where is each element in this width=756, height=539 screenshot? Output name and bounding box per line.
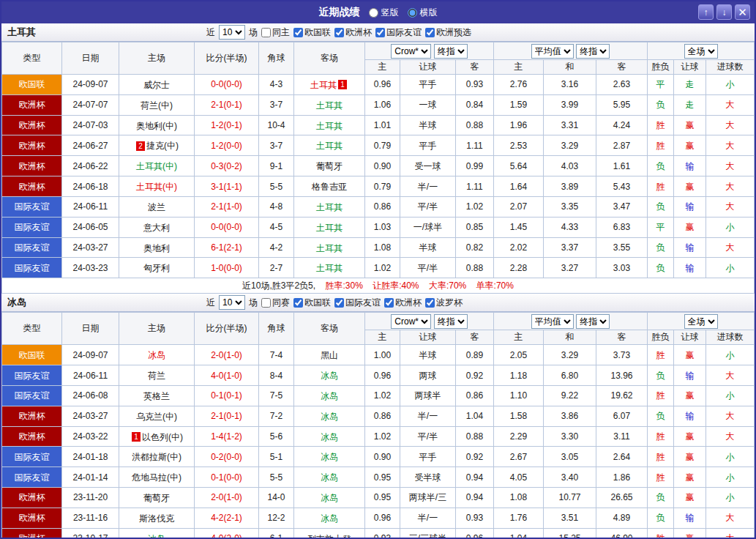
red-card-badge: 1 xyxy=(132,432,141,442)
col-score: 比分(半场) xyxy=(195,42,259,75)
competition-type: 国际友谊 xyxy=(2,237,62,258)
average-final-select[interactable]: 终指 xyxy=(576,44,610,59)
move-up-button[interactable]: ↑ xyxy=(698,4,714,20)
team-name: 冰岛 xyxy=(1,296,206,309)
league-checkbox[interactable] xyxy=(293,28,303,37)
home-team: 奥地利(中) xyxy=(119,115,195,135)
league-checkbox[interactable] xyxy=(375,28,385,37)
same-competition-checkbox[interactable] xyxy=(261,298,271,308)
odds-home: 1.03 xyxy=(365,217,400,237)
subcol-handicap-result: 让球 xyxy=(674,60,706,75)
same-venue-checkbox[interactable] xyxy=(261,28,271,37)
odds-home: 0.86 xyxy=(365,406,400,426)
avg-home: 2.53 xyxy=(494,135,544,156)
league-checkbox[interactable] xyxy=(334,298,344,308)
away-team-label: 土耳其 xyxy=(316,202,343,212)
close-button[interactable]: ✕ xyxy=(735,4,750,20)
away-team-label: 土耳其 xyxy=(316,120,343,130)
same-competition-filter[interactable]: 同赛 xyxy=(261,297,290,309)
score-cell: 4-0(1-0) xyxy=(195,365,259,386)
match-row: 欧洲杯24-06-272捷克(中)1-2(0-0)3-7土耳其0.79平手1.1… xyxy=(2,135,755,156)
odds-group-header: Crow* 终指 xyxy=(365,313,494,330)
league-filter-欧国联[interactable]: 欧国联 xyxy=(293,297,331,309)
average-final-select[interactable]: 终指 xyxy=(576,314,610,329)
home-team-label: 波兰 xyxy=(148,202,165,212)
fulltime-select[interactable]: 全场 xyxy=(684,44,718,59)
odds-final-select[interactable]: 终指 xyxy=(434,44,468,59)
corner-cell: 4-2 xyxy=(259,237,294,258)
league-checkbox[interactable] xyxy=(425,28,435,37)
away-team: 土耳其 xyxy=(294,135,365,156)
league-filter-欧国联[interactable]: 欧国联 xyxy=(293,26,331,39)
avg-draw: 3.31 xyxy=(544,115,596,135)
handicap-win-rate: 让胜率:40% xyxy=(373,280,419,291)
summary-row: 近10场,胜3平2负5, 胜率:30% 让胜率:40% 大率:70% 单率:70… xyxy=(2,278,755,294)
corner-cell: 7-5 xyxy=(259,385,294,406)
result-handicap: 输 xyxy=(674,406,706,426)
away-team-label: 冰岛 xyxy=(321,493,338,503)
corner-cell: 5-5 xyxy=(259,176,294,197)
same-venue-filter[interactable]: 同主 xyxy=(261,26,290,39)
bookmaker-select[interactable]: Crow* xyxy=(391,44,431,59)
result-outcome: 胜 xyxy=(648,385,674,406)
fulltime-select[interactable]: 全场 xyxy=(684,314,718,329)
odds-final-select[interactable]: 终指 xyxy=(434,314,468,329)
subcol-handicap-result: 让球 xyxy=(674,330,706,345)
away-team: 土耳其 xyxy=(294,115,365,135)
league-filter-国际友谊[interactable]: 国际友谊 xyxy=(334,297,381,309)
match-date: 24-09-07 xyxy=(62,75,119,95)
avg-home: 1.76 xyxy=(494,508,544,528)
avg-draw: 4.33 xyxy=(544,217,596,237)
away-team: 列支敦士登 xyxy=(294,528,365,539)
league-checkbox[interactable] xyxy=(384,298,394,308)
odds-handicap: 半球 xyxy=(400,345,456,365)
result-goals: 大 xyxy=(706,528,755,539)
subcol-odds-home: 主 xyxy=(365,330,400,345)
horizontal-radio-input[interactable] xyxy=(408,8,417,18)
home-team: 英格兰 xyxy=(119,385,195,406)
away-team: 冰岛 xyxy=(294,385,365,406)
recent-count-select[interactable]: 10 xyxy=(219,295,245,310)
layout-horizontal-radio[interactable]: 横版 xyxy=(408,7,438,19)
league-checkbox[interactable] xyxy=(425,298,435,308)
league-checkbox[interactable] xyxy=(293,298,303,308)
odds-home: 0.79 xyxy=(365,135,400,156)
league-filter-波罗杯[interactable]: 波罗杯 xyxy=(425,297,463,309)
match-row: 欧洲杯23-10-17冰岛4-0(2-0)6-1列支敦士登0.93三/三球半0.… xyxy=(2,528,755,539)
league-label: 波罗杯 xyxy=(436,297,463,309)
avg-away: 1.61 xyxy=(596,156,648,176)
vertical-radio-input[interactable] xyxy=(369,8,378,18)
home-team-label: 洪都拉斯(中) xyxy=(132,452,181,462)
away-team: 冰岛 xyxy=(294,365,365,386)
odds-home: 0.86 xyxy=(365,196,400,217)
subcol-odds-away: 客 xyxy=(456,330,494,345)
match-row: 国际友谊24-01-18洪都拉斯(中)0-2(0-0)5-1冰岛0.90平手0.… xyxy=(2,447,755,467)
league-filter-欧洲杯[interactable]: 欧洲杯 xyxy=(334,26,372,39)
league-filter-国际友谊[interactable]: 国际友谊 xyxy=(375,26,422,39)
same-competition-label: 同赛 xyxy=(272,297,290,309)
league-checkbox[interactable] xyxy=(334,28,344,37)
odds-home: 1.01 xyxy=(365,115,400,135)
avg-draw: 3.29 xyxy=(544,135,596,156)
avg-home: 2.07 xyxy=(494,196,544,217)
result-handicap: 赢 xyxy=(674,345,706,365)
home-team: 土耳其(中) xyxy=(119,176,195,197)
average-select[interactable]: 平均值 xyxy=(531,44,574,59)
result-handicap: 走 xyxy=(674,94,706,115)
move-down-button[interactable]: ↓ xyxy=(716,4,732,20)
avg-away: 3.55 xyxy=(596,237,648,258)
odds-home: 0.96 xyxy=(365,75,400,95)
result-outcome: 胜 xyxy=(648,176,674,197)
average-select[interactable]: 平均值 xyxy=(531,314,574,329)
avg-draw: 3.51 xyxy=(544,508,596,528)
away-team-label: 土耳其 xyxy=(310,80,337,90)
away-team: 冰岛 xyxy=(294,467,365,488)
layout-vertical-radio[interactable]: 竖版 xyxy=(369,7,399,19)
league-filter-欧洲杯[interactable]: 欧洲杯 xyxy=(384,297,422,309)
bookmaker-select[interactable]: Crow* xyxy=(391,314,431,329)
result-goals: 大 xyxy=(706,135,755,156)
league-filter-欧洲预选[interactable]: 欧洲预选 xyxy=(425,26,471,39)
result-outcome: 负 xyxy=(648,156,674,176)
red-card-badge: 2 xyxy=(136,141,145,151)
recent-count-select[interactable]: 10 xyxy=(219,25,245,40)
